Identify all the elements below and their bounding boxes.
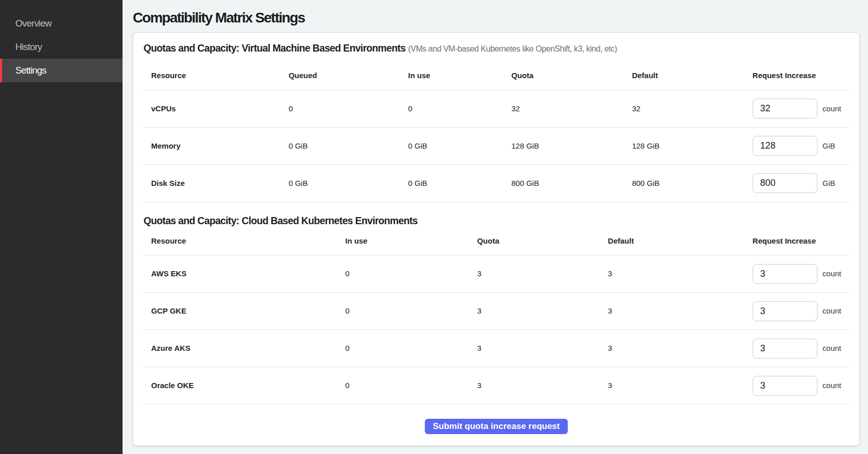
request-increase-input[interactable] [753, 99, 817, 118]
value-cell: 0 GiB [400, 164, 503, 202]
request-increase-cell: count [753, 99, 849, 118]
sidebar-item-label: History [15, 41, 42, 53]
table-row: Disk Size0 GiB0 GiB800 GiB800 GiBGiB [143, 164, 849, 202]
resource-cell: GCP GKE [143, 293, 337, 330]
request-increase-cell: count [753, 301, 849, 321]
column-header: In use [400, 62, 503, 90]
unit-label: count [823, 306, 841, 316]
column-header: Queued [281, 62, 400, 90]
request-increase-input[interactable] [753, 301, 817, 321]
request-increase-input[interactable] [753, 339, 817, 359]
request-increase-cell: count [753, 376, 849, 396]
quota-table-1: ResourceQueuedIn useQuotaDefaultRequest … [143, 62, 849, 202]
value-cell: 0 GiB [281, 164, 400, 202]
value-cell: 3 [600, 367, 745, 404]
value-cell: 0 [400, 90, 503, 127]
column-header: Quota [469, 227, 600, 255]
section-heading-text: Quotas and Capacity: Cloud Based Kuberne… [143, 215, 418, 226]
value-cell: 3 [469, 293, 600, 330]
table-row: AWS EKS033count [143, 255, 849, 293]
resource-cell: vCPUs [143, 90, 281, 127]
unit-label: count [823, 104, 841, 114]
quota-table-2: ResourceIn useQuotaDefaultRequest Increa… [143, 227, 849, 404]
table-row: Memory0 GiB0 GiB128 GiB128 GiBGiB [143, 127, 849, 164]
section-heading-text: Quotas and Capacity: Virtual Machine Bas… [143, 42, 405, 54]
request-increase-input[interactable] [753, 173, 817, 193]
table-row: Oracle OKE033count [143, 367, 849, 404]
column-header: Default [624, 62, 745, 90]
sidebar-item-settings[interactable]: Settings [0, 59, 123, 82]
main-content: Compatibility Matrix Settings Quotas and… [123, 0, 868, 446]
request-increase-cell: count [753, 339, 849, 359]
value-cell: 800 GiB [503, 164, 624, 202]
column-header: Request Increase [745, 227, 849, 255]
sections-root: Quotas and Capacity: Virtual Machine Bas… [143, 33, 849, 404]
table-row: Azure AKS033count [143, 330, 849, 367]
resource-cell: AWS EKS [143, 255, 337, 293]
value-cell: 0 GiB [281, 127, 400, 164]
value-cell: 3 [600, 293, 745, 330]
value-cell: 128 GiB [624, 127, 745, 164]
unit-label: count [823, 380, 841, 391]
unit-label: GiB [823, 178, 835, 188]
page-title: Compatibility Matrix Settings [133, 0, 860, 27]
sidebar-item-overview[interactable]: Overview [0, 12, 123, 35]
value-cell: 3 [600, 255, 745, 293]
value-cell: 800 GiB [624, 164, 745, 202]
value-cell: 3 [600, 330, 745, 367]
unit-label: count [823, 269, 841, 279]
request-increase-input[interactable] [753, 136, 817, 156]
resource-cell: Oracle OKE [143, 367, 337, 404]
column-header: Resource [143, 227, 337, 255]
value-cell: 0 [337, 255, 469, 293]
request-increase-input[interactable] [753, 376, 817, 396]
value-cell: 0 [337, 293, 469, 330]
value-cell: 32 [503, 90, 624, 127]
section-heading: Quotas and Capacity: Virtual Machine Bas… [143, 33, 849, 56]
section-subtitle: (VMs and VM-based Kubernetes like OpenSh… [408, 44, 617, 53]
column-header: Request Increase [745, 62, 849, 90]
value-cell: 32 [624, 90, 745, 127]
value-cell: 3 [469, 255, 600, 293]
settings-card: Quotas and Capacity: Virtual Machine Bas… [133, 32, 860, 446]
value-cell: 128 GiB [503, 127, 624, 164]
value-cell: 0 [281, 90, 400, 127]
sidebar-item-label: Settings [15, 65, 46, 76]
table-row: GCP GKE033count [143, 293, 849, 330]
unit-label: count [823, 343, 841, 353]
column-header: In use [337, 227, 469, 255]
actions-bar: Submit quota increase request [143, 404, 849, 445]
submit-quota-increase-button[interactable]: Submit quota increase request [425, 419, 568, 434]
column-header: Resource [143, 62, 281, 90]
sidebar-nav: OverviewHistorySettings [0, 12, 123, 82]
resource-cell: Azure AKS [143, 330, 337, 367]
resource-cell: Memory [143, 127, 281, 164]
table-row: vCPUs003232count [143, 90, 849, 127]
request-increase-cell: GiB [753, 173, 849, 193]
value-cell: 0 [337, 367, 469, 404]
value-cell: 0 [337, 330, 469, 367]
request-increase-cell: GiB [753, 136, 849, 156]
request-increase-cell: count [753, 264, 849, 284]
resource-cell: Disk Size [143, 164, 281, 202]
value-cell: 3 [469, 367, 600, 404]
value-cell: 3 [469, 330, 600, 367]
sidebar-item-label: Overview [15, 18, 52, 29]
request-increase-input[interactable] [753, 264, 817, 284]
unit-label: GiB [823, 141, 835, 151]
sidebar-item-history[interactable]: History [0, 35, 123, 59]
value-cell: 0 GiB [400, 127, 503, 164]
sidebar: OverviewHistorySettings [0, 0, 123, 454]
section-heading: Quotas and Capacity: Cloud Based Kuberne… [143, 202, 849, 227]
column-header: Default [600, 227, 745, 255]
column-header: Quota [503, 62, 624, 90]
